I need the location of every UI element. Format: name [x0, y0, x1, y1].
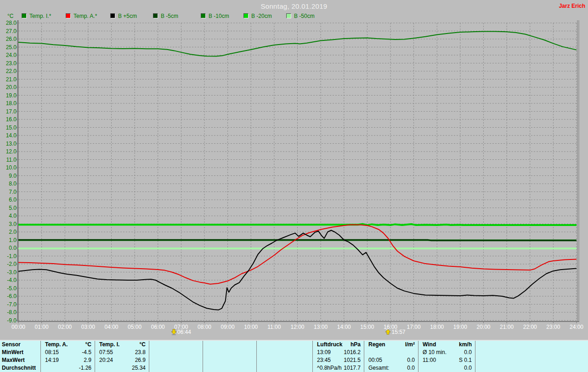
- sunset-arrow-icon: [385, 329, 391, 335]
- table-cell: hPa: [351, 341, 364, 349]
- table-column: Temp. I.°C07:5523.820:2426.925.34: [95, 341, 149, 372]
- table-cell: Temp. A.: [41, 341, 68, 349]
- y-tick-label: -8.0: [7, 309, 17, 316]
- table-cell: °C: [140, 341, 149, 349]
- series-b--20cm: [18, 224, 577, 225]
- y-tick-label: 12.0: [6, 148, 17, 155]
- x-tick-label: 00:00: [11, 324, 25, 330]
- x-tick-label: 19:00: [453, 324, 467, 330]
- table-column: [149, 341, 203, 372]
- table-cell: [253, 356, 256, 364]
- table-row-label: Sensor: [0, 341, 40, 349]
- table-cell: 07:55: [95, 349, 113, 356]
- table-cell: [257, 364, 261, 372]
- table-cell: 0.0: [464, 349, 475, 356]
- table-cell: 0.0: [407, 364, 418, 372]
- table-cell: [95, 364, 99, 372]
- y-tick-label: 14.0: [6, 132, 17, 139]
- x-tick-label: 05:00: [128, 324, 141, 330]
- table-row: [257, 349, 312, 356]
- x-tick-label: 03:00: [81, 324, 95, 330]
- table-row: ^0.8hPa/h1017.7: [313, 364, 364, 372]
- table-cell: [203, 349, 207, 356]
- table-row: Gesamt:0.0: [364, 364, 418, 372]
- sunset-time: 15:57: [391, 329, 405, 335]
- y-tick-label: 18.0: [6, 100, 17, 107]
- table-row: 00:050.0: [364, 356, 418, 364]
- table-cell: 0.0: [407, 356, 418, 364]
- y-tick-label: 21.0: [6, 76, 17, 83]
- table-cell: 23.8: [135, 349, 149, 356]
- table-cell: [149, 356, 153, 364]
- table-cell: [415, 349, 418, 356]
- table-cell: [364, 349, 368, 356]
- x-tick-label: 17:00: [407, 324, 421, 330]
- table-row: [203, 364, 256, 372]
- y-tick-label: 3.0: [9, 221, 17, 227]
- y-tick-label: -7.0: [7, 301, 17, 308]
- sunset-marker: 15:57: [385, 329, 405, 335]
- table-row-label: MaxWert: [0, 356, 40, 364]
- table-cell: 08:15: [41, 349, 59, 356]
- table-cell: km/h: [459, 341, 475, 349]
- table-column: [203, 341, 257, 372]
- table-cell: [199, 349, 203, 356]
- y-tick-label: 19.0: [6, 92, 17, 99]
- y-tick-label: 26.0: [6, 36, 17, 42]
- table-cell: [257, 349, 261, 356]
- table-row: 23:451021.5: [313, 356, 364, 364]
- y-axis-labels: 28.027.026.025.024.023.022.021.020.019.0…: [6, 20, 17, 324]
- table-row: 13:091016.2: [313, 349, 364, 356]
- x-tick-label: 08:00: [198, 324, 211, 330]
- table-cell: 11:00: [418, 356, 436, 364]
- table-row: [364, 349, 418, 356]
- table-cell: [257, 341, 261, 349]
- table-cell: -1.26: [79, 364, 95, 372]
- table-column: Windkm/hØ 10 min.0.011:00S 0.10.0: [418, 341, 475, 372]
- table-cell: [149, 364, 153, 372]
- weather-app-window: { "header": { "title": "Sonntag, 20.01.2…: [0, 0, 588, 372]
- table-column: LuftdruckhPa13:091016.223:451021.5^0.8hP…: [313, 341, 364, 372]
- table-row: [257, 341, 312, 349]
- y-tick-label: -2.0: [7, 261, 17, 267]
- x-tick-label: 22:00: [523, 324, 537, 330]
- table-row: [149, 349, 203, 356]
- table-cell: 23:45: [313, 356, 331, 364]
- table-cell: [199, 364, 203, 372]
- table-row-label: MinWert: [0, 349, 40, 356]
- table-cell: [149, 349, 153, 356]
- table-cell: 25.34: [132, 364, 149, 372]
- table-cell: [203, 356, 207, 364]
- y-tick-label: -4.0: [7, 277, 17, 283]
- table-cell: 26.9: [135, 356, 149, 364]
- temperature-chart: 28.027.026.025.024.023.022.021.020.019.0…: [0, 0, 588, 340]
- y-tick-label: 13.0: [6, 141, 17, 147]
- y-tick-label: 8.0: [9, 180, 17, 187]
- table-cell: [253, 349, 256, 356]
- table-row: 08:15-4.5: [41, 349, 95, 356]
- chart-gridlines: [18, 23, 577, 321]
- y-tick-label: 10.0: [6, 164, 17, 171]
- y-tick-label: 7.0: [9, 189, 17, 195]
- table-row: [149, 364, 203, 372]
- y-tick-label: 1.0: [9, 237, 17, 243]
- table-cell: [253, 341, 256, 349]
- table-cell: [309, 356, 312, 364]
- table-cell: [203, 364, 207, 372]
- table-cell: [253, 364, 256, 372]
- table-column: [257, 341, 313, 372]
- table-cell: -4.5: [82, 349, 95, 356]
- y-tick-label: 20.0: [6, 84, 17, 90]
- table-row: 11:00S 0.1: [418, 356, 475, 364]
- table-cell: 13:09: [313, 349, 331, 356]
- table-cell: Gesamt:: [364, 364, 389, 372]
- x-tick-label: 14:00: [337, 324, 351, 330]
- y-tick-label: 17.0: [6, 108, 17, 115]
- table-cell: 1016.2: [344, 349, 364, 356]
- x-tick-label: 20:00: [476, 324, 490, 330]
- table-row: [257, 364, 312, 372]
- table-row: -1.26: [41, 364, 95, 372]
- x-tick-label: 04:00: [104, 324, 118, 330]
- table-row: Temp. I.°C: [95, 341, 149, 349]
- table-cell: [203, 341, 207, 349]
